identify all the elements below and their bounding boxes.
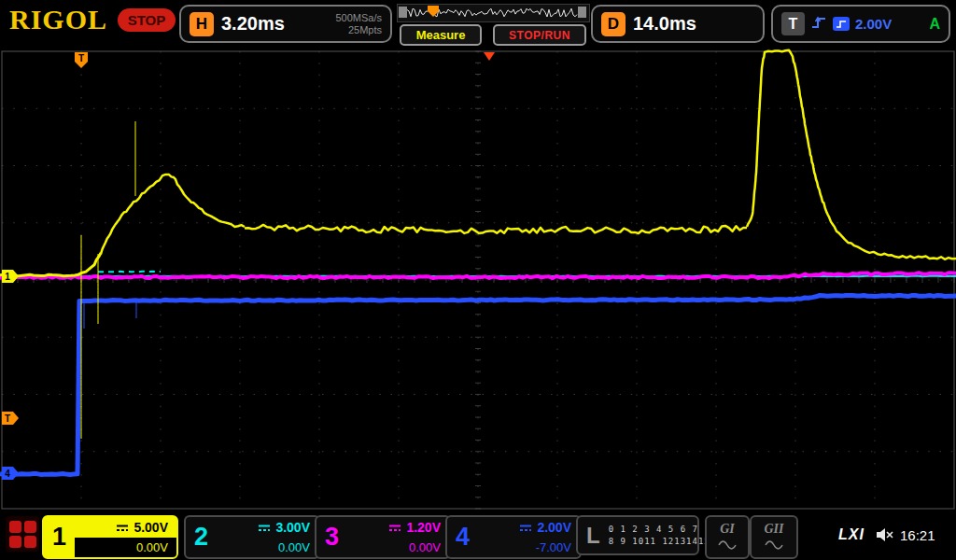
stop-run-button[interactable]: STOP/RUN xyxy=(493,24,586,46)
channel-3-number: 3 xyxy=(316,517,347,557)
logic-channel-digits: 0 1 2 3 4 5 6 7 8 9 1011 12131415 xyxy=(609,525,710,546)
channel-3-offset: 0.00V xyxy=(347,538,449,558)
speaker-muted-icon xyxy=(876,527,894,546)
delay-settings-box[interactable]: D 14.0ms xyxy=(591,5,765,43)
measure-button[interactable]: Measure xyxy=(400,24,482,46)
menu-icon[interactable] xyxy=(6,516,39,552)
trigger-settings-box[interactable]: T 2.00V A xyxy=(771,5,950,43)
trigger-sweep-mode: A xyxy=(929,16,940,33)
channel-1-scale: 5.00V xyxy=(134,520,168,535)
acquisition-info: 500MSa/s 25Mpts xyxy=(335,12,382,36)
memory-depth: 25Mpts xyxy=(348,24,382,36)
acquisition-status-badge: STOP xyxy=(118,8,176,32)
coupling-dc-icon xyxy=(258,520,271,535)
memory-waveform-preview xyxy=(398,5,587,20)
lxi-logo: LXI xyxy=(838,526,865,543)
coupling-dc-icon xyxy=(116,520,129,535)
trigger-slope-icon xyxy=(810,14,827,35)
svg-text:1: 1 xyxy=(5,272,10,282)
trigger-source-icon xyxy=(833,17,850,31)
delay-value: 14.0ms xyxy=(633,13,696,35)
timebase-value: 3.20ms xyxy=(221,13,285,35)
delay-icon: D xyxy=(601,12,626,36)
svg-text:T: T xyxy=(5,413,10,424)
top-bar: RIGOL STOP H 3.20ms 500MSa/s 25Mpts Meas… xyxy=(0,0,956,49)
channel-4-status[interactable]: 4 2.00V -7.00V xyxy=(445,515,582,559)
channel-3-scale: 1.20V xyxy=(406,520,441,535)
channel-2-number: 2 xyxy=(186,517,217,557)
svg-text:4: 4 xyxy=(5,469,10,479)
channel-2-status[interactable]: 2 3.00V 0.00V xyxy=(184,515,320,559)
trigger-level-value: 2.00V xyxy=(855,16,892,32)
channel-1-number: 1 xyxy=(44,517,75,557)
logic-analyzer-status[interactable]: L 0 1 2 3 4 5 6 7 8 9 1011 12131415 xyxy=(576,515,699,555)
coupling-dc-icon xyxy=(388,520,401,535)
coupling-dc-icon xyxy=(519,520,532,535)
horizontal-settings-box[interactable]: H 3.20ms 500MSa/s 25Mpts xyxy=(179,5,392,43)
scope-display[interactable]: T1T4 xyxy=(0,49,956,511)
channel-1-status[interactable]: 1 5.00V 0.00V xyxy=(42,515,178,559)
clock: 16:21 xyxy=(900,527,935,543)
sine-wave-icon xyxy=(765,537,783,553)
source-2-status[interactable]: GII xyxy=(750,515,798,559)
channel-1-offset: 0.00V xyxy=(75,538,176,558)
channel-3-status[interactable]: 3 1.20V 0.00V xyxy=(315,515,451,559)
sample-rate: 500MSa/s xyxy=(335,12,382,24)
logic-analyzer-label: L xyxy=(586,523,600,549)
channel-2-offset: 0.00V xyxy=(217,538,318,558)
bottom-bar: 1 5.00V 0.00V 2 3.00V 0.00V 3 1.20V 0.00… xyxy=(0,511,956,560)
channel-4-scale: 2.00V xyxy=(537,520,571,535)
horizontal-icon: H xyxy=(190,12,214,36)
channel-2-scale: 3.00V xyxy=(275,520,310,535)
rigol-logo: RIGOL xyxy=(9,4,107,35)
source-1-status[interactable]: GI xyxy=(705,515,750,559)
sine-wave-icon xyxy=(718,537,737,553)
channel-4-number: 4 xyxy=(447,517,478,557)
trigger-icon: T xyxy=(781,12,805,35)
svg-text:T: T xyxy=(78,53,84,63)
memory-position-strip[interactable] xyxy=(397,4,590,22)
channel-4-offset: -7.00V xyxy=(478,538,580,558)
